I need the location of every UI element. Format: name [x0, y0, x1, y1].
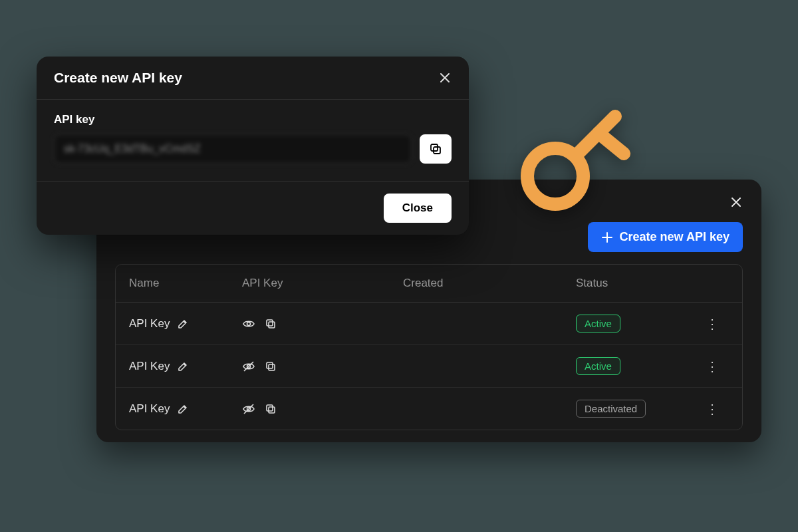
- key-name: API Key: [129, 360, 170, 373]
- apikey-cell: [242, 317, 403, 331]
- status-cell: Deactivated: [576, 400, 696, 418]
- modal-footer: Close: [37, 181, 469, 235]
- svg-rect-8: [267, 405, 273, 411]
- status-badge: Active: [576, 315, 620, 332]
- key-name: API Key: [129, 317, 170, 331]
- copy-icon[interactable]: [265, 318, 277, 330]
- close-icon[interactable]: [730, 196, 743, 209]
- copy-icon[interactable]: [265, 403, 277, 415]
- api-key-input[interactable]: [54, 134, 412, 164]
- name-cell: API Key: [129, 402, 242, 416]
- field-row: [54, 134, 452, 164]
- svg-rect-2: [267, 320, 273, 326]
- svg-rect-5: [267, 362, 273, 368]
- table-row: API Key Deactivated ⋮: [116, 388, 742, 430]
- copy-button[interactable]: [420, 134, 452, 164]
- edit-icon[interactable]: [178, 319, 188, 329]
- table-row: API Key Active ⋮: [116, 345, 742, 388]
- name-cell: API Key: [129, 317, 242, 331]
- modal-header: Create new API key: [37, 57, 469, 100]
- svg-rect-4: [269, 364, 275, 370]
- row-menu-button[interactable]: ⋮: [696, 360, 729, 373]
- edit-icon[interactable]: [178, 404, 188, 414]
- eye-icon[interactable]: [242, 317, 255, 331]
- status-badge: Active: [576, 357, 620, 375]
- modal-body: API key: [37, 100, 469, 181]
- create-api-key-modal: Create new API key API key Close: [37, 57, 469, 235]
- apikey-cell: [242, 360, 403, 373]
- key-illustration-icon: [512, 103, 638, 216]
- field-label: API key: [54, 113, 452, 126]
- copy-icon: [429, 142, 442, 156]
- svg-rect-7: [269, 407, 275, 413]
- row-menu-button[interactable]: ⋮: [696, 317, 729, 331]
- svg-rect-1: [269, 322, 275, 328]
- modal-title: Create new API key: [54, 70, 182, 86]
- copy-icon[interactable]: [265, 360, 277, 372]
- key-name: API Key: [129, 402, 170, 416]
- table-row: API Key Active ⋮: [116, 303, 742, 345]
- eye-off-icon[interactable]: [242, 360, 255, 373]
- edit-icon[interactable]: [178, 361, 188, 372]
- eye-off-icon[interactable]: [242, 402, 255, 416]
- status-cell: Active: [576, 315, 696, 332]
- col-api-key: API Key: [242, 277, 403, 290]
- apikey-cell: [242, 402, 403, 416]
- create-api-key-button[interactable]: Create new API key: [588, 222, 743, 252]
- api-keys-table: Name API Key Created Status API Key: [115, 264, 743, 430]
- table-header: Name API Key Created Status: [116, 265, 742, 303]
- create-button-label: Create new API key: [620, 230, 730, 244]
- plus-icon: [601, 231, 613, 243]
- col-created: Created: [403, 277, 576, 290]
- status-cell: Active: [576, 357, 696, 375]
- close-icon[interactable]: [438, 71, 452, 84]
- name-cell: API Key: [129, 360, 242, 373]
- col-name: Name: [129, 277, 242, 290]
- row-menu-button[interactable]: ⋮: [696, 402, 729, 416]
- svg-point-0: [247, 322, 251, 325]
- status-badge: Deactivated: [576, 400, 646, 418]
- col-status: Status: [576, 277, 696, 290]
- close-button[interactable]: Close: [384, 194, 452, 223]
